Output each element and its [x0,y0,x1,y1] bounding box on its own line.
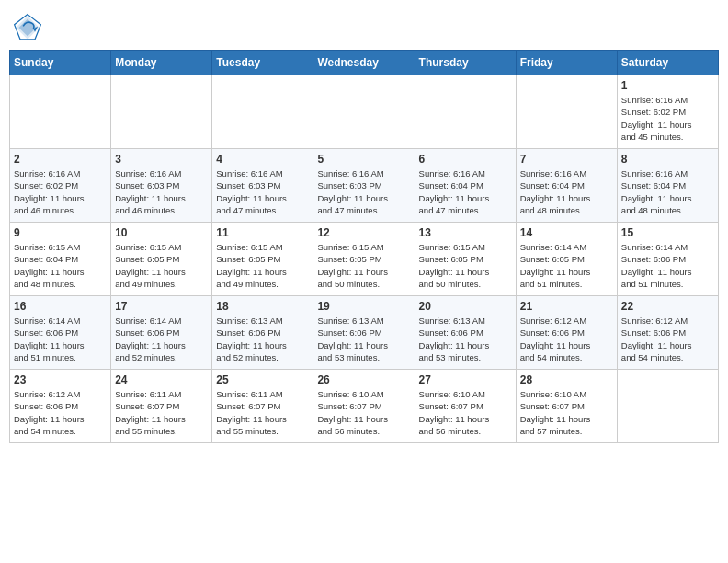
week-row-2: 9Sunrise: 6:15 AM Sunset: 6:04 PM Daylig… [10,223,719,296]
day-number: 3 [115,153,208,166]
calendar-cell: 15Sunrise: 6:14 AM Sunset: 6:06 PM Dayli… [617,223,718,296]
day-info: Sunrise: 6:16 AM Sunset: 6:03 PM Dayligh… [115,167,208,216]
day-info: Sunrise: 6:13 AM Sunset: 6:06 PM Dayligh… [216,315,309,363]
weekday-header-row: SundayMondayTuesdayWednesdayThursdayFrid… [10,51,719,75]
calendar-cell: 13Sunrise: 6:15 AM Sunset: 6:05 PM Dayli… [415,223,516,296]
calendar-cell: 20Sunrise: 6:13 AM Sunset: 6:06 PM Dayli… [415,296,516,370]
day-number: 28 [520,373,613,386]
calendar-cell: 23Sunrise: 6:12 AM Sunset: 6:06 PM Dayli… [10,370,111,443]
calendar-table: SundayMondayTuesdayWednesdayThursdayFrid… [9,50,719,443]
calendar-cell [111,75,212,149]
day-number: 15 [621,226,714,239]
day-info: Sunrise: 6:14 AM Sunset: 6:06 PM Dayligh… [115,315,208,363]
day-info: Sunrise: 6:12 AM Sunset: 6:06 PM Dayligh… [520,315,613,363]
day-number: 23 [14,373,107,386]
weekday-header-tuesday: Tuesday [212,51,313,75]
weekday-header-saturday: Saturday [617,51,718,75]
calendar-cell: 28Sunrise: 6:10 AM Sunset: 6:07 PM Dayli… [516,370,617,443]
weekday-header-wednesday: Wednesday [313,51,415,75]
day-number: 25 [216,373,309,386]
day-info: Sunrise: 6:13 AM Sunset: 6:06 PM Dayligh… [317,315,410,363]
day-info: Sunrise: 6:16 AM Sunset: 6:02 PM Dayligh… [14,167,107,216]
day-number: 19 [317,300,410,313]
day-number: 6 [419,153,512,166]
day-number: 12 [317,226,410,239]
calendar-cell: 1Sunrise: 6:16 AM Sunset: 6:02 PM Daylig… [617,75,718,149]
day-info: Sunrise: 6:16 AM Sunset: 6:02 PM Dayligh… [621,94,714,143]
day-number: 4 [216,153,309,166]
day-number: 9 [14,226,107,239]
day-info: Sunrise: 6:16 AM Sunset: 6:04 PM Dayligh… [520,167,613,216]
day-number: 8 [621,153,714,166]
week-row-1: 2Sunrise: 6:16 AM Sunset: 6:02 PM Daylig… [10,149,719,223]
day-info: Sunrise: 6:16 AM Sunset: 6:04 PM Dayligh… [419,167,512,216]
weekday-header-thursday: Thursday [415,51,516,75]
day-info: Sunrise: 6:15 AM Sunset: 6:04 PM Dayligh… [14,241,107,290]
day-info: Sunrise: 6:11 AM Sunset: 6:07 PM Dayligh… [216,388,309,437]
day-number: 13 [419,226,512,239]
calendar-cell: 11Sunrise: 6:15 AM Sunset: 6:05 PM Dayli… [212,223,313,296]
calendar-cell: 12Sunrise: 6:15 AM Sunset: 6:05 PM Dayli… [313,223,415,296]
logo-icon [13,13,42,42]
day-info: Sunrise: 6:11 AM Sunset: 6:07 PM Dayligh… [115,388,208,437]
day-number: 7 [520,153,613,166]
calendar-cell [617,370,718,443]
day-info: Sunrise: 6:15 AM Sunset: 6:05 PM Dayligh… [317,241,410,290]
day-number: 22 [621,300,714,313]
day-number: 21 [520,300,613,313]
calendar-cell [516,75,617,149]
week-row-3: 16Sunrise: 6:14 AM Sunset: 6:06 PM Dayli… [10,296,719,370]
calendar-cell: 2Sunrise: 6:16 AM Sunset: 6:02 PM Daylig… [10,149,111,223]
day-info: Sunrise: 6:16 AM Sunset: 6:03 PM Dayligh… [317,167,410,216]
day-number: 11 [216,226,309,239]
day-info: Sunrise: 6:15 AM Sunset: 6:05 PM Dayligh… [115,241,208,290]
calendar-cell [415,75,516,149]
day-info: Sunrise: 6:15 AM Sunset: 6:05 PM Dayligh… [419,241,512,290]
day-info: Sunrise: 6:16 AM Sunset: 6:04 PM Dayligh… [621,167,714,216]
day-number: 10 [115,226,208,239]
day-number: 14 [520,226,613,239]
calendar-cell: 18Sunrise: 6:13 AM Sunset: 6:06 PM Dayli… [212,296,313,370]
day-info: Sunrise: 6:10 AM Sunset: 6:07 PM Dayligh… [419,388,512,437]
week-row-4: 23Sunrise: 6:12 AM Sunset: 6:06 PM Dayli… [10,370,719,443]
day-info: Sunrise: 6:14 AM Sunset: 6:05 PM Dayligh… [520,241,613,290]
day-info: Sunrise: 6:13 AM Sunset: 6:06 PM Dayligh… [419,315,512,363]
day-number: 1 [621,79,714,92]
calendar-body: 1Sunrise: 6:16 AM Sunset: 6:02 PM Daylig… [10,75,719,443]
calendar-cell [212,75,313,149]
day-info: Sunrise: 6:12 AM Sunset: 6:06 PM Dayligh… [621,315,714,363]
day-info: Sunrise: 6:10 AM Sunset: 6:07 PM Dayligh… [317,388,410,437]
calendar-cell: 7Sunrise: 6:16 AM Sunset: 6:04 PM Daylig… [516,149,617,223]
day-number: 27 [419,373,512,386]
calendar-cell: 27Sunrise: 6:10 AM Sunset: 6:07 PM Dayli… [415,370,516,443]
day-info: Sunrise: 6:12 AM Sunset: 6:06 PM Dayligh… [14,388,107,437]
day-number: 17 [115,300,208,313]
day-number: 2 [14,153,107,166]
calendar-cell: 5Sunrise: 6:16 AM Sunset: 6:03 PM Daylig… [313,149,415,223]
calendar-cell: 3Sunrise: 6:16 AM Sunset: 6:03 PM Daylig… [111,149,212,223]
day-number: 16 [14,300,107,313]
day-info: Sunrise: 6:16 AM Sunset: 6:03 PM Dayligh… [216,167,309,216]
day-info: Sunrise: 6:14 AM Sunset: 6:06 PM Dayligh… [14,315,107,363]
calendar-cell: 6Sunrise: 6:16 AM Sunset: 6:04 PM Daylig… [415,149,516,223]
calendar-cell [313,75,415,149]
page-header [9,9,719,42]
weekday-header-monday: Monday [111,51,212,75]
calendar-cell: 24Sunrise: 6:11 AM Sunset: 6:07 PM Dayli… [111,370,212,443]
calendar-cell: 16Sunrise: 6:14 AM Sunset: 6:06 PM Dayli… [10,296,111,370]
calendar-cell: 19Sunrise: 6:13 AM Sunset: 6:06 PM Dayli… [313,296,415,370]
calendar-cell: 9Sunrise: 6:15 AM Sunset: 6:04 PM Daylig… [10,223,111,296]
calendar-cell: 26Sunrise: 6:10 AM Sunset: 6:07 PM Dayli… [313,370,415,443]
calendar-cell: 10Sunrise: 6:15 AM Sunset: 6:05 PM Dayli… [111,223,212,296]
day-number: 24 [115,373,208,386]
weekday-header-friday: Friday [516,51,617,75]
day-info: Sunrise: 6:14 AM Sunset: 6:06 PM Dayligh… [621,241,714,290]
day-number: 26 [317,373,410,386]
calendar-cell [10,75,111,149]
calendar-header: SundayMondayTuesdayWednesdayThursdayFrid… [10,51,719,75]
calendar-cell: 17Sunrise: 6:14 AM Sunset: 6:06 PM Dayli… [111,296,212,370]
day-info: Sunrise: 6:15 AM Sunset: 6:05 PM Dayligh… [216,241,309,290]
calendar-cell: 22Sunrise: 6:12 AM Sunset: 6:06 PM Dayli… [617,296,718,370]
calendar-cell: 8Sunrise: 6:16 AM Sunset: 6:04 PM Daylig… [617,149,718,223]
logo [13,13,46,42]
